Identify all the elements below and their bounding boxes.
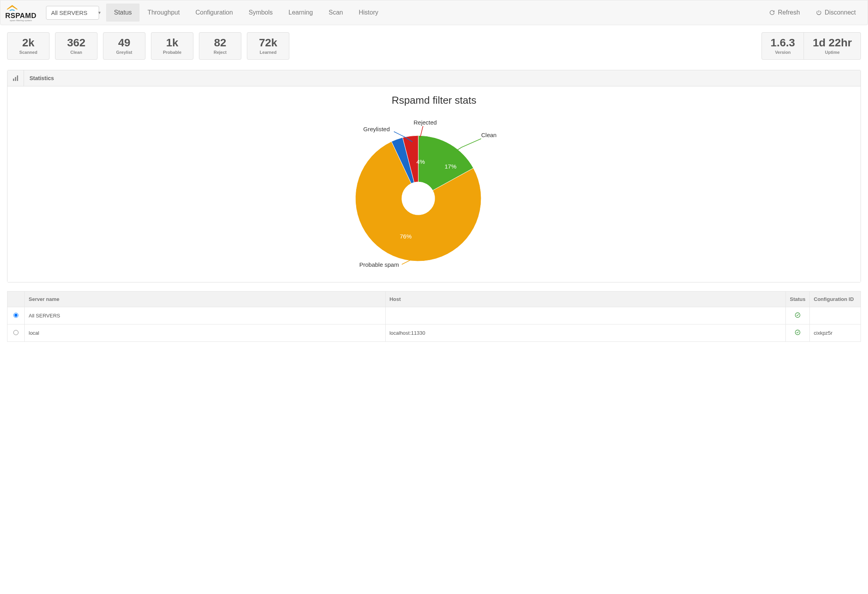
chart-legend-greylisted: Greylisted (363, 126, 390, 132)
disconnect-label: Disconnect (825, 9, 856, 16)
server-host-cell: localhost:11330 (385, 324, 786, 342)
nav-tab-learning[interactable]: Learning (281, 4, 321, 22)
col-host: Host (385, 292, 786, 307)
stat-label: Greylist (103, 50, 145, 55)
server-radio[interactable] (13, 313, 18, 318)
pie-chart: CleanProbable spamGreylistedRejected17%7… (324, 108, 544, 273)
stat-value: 72k (247, 37, 289, 49)
slice-percent-rejected: 4% (416, 158, 425, 165)
table-row: locallocalhost:11330cixkpz5r (7, 324, 861, 342)
server-config-cell: cixkpz5r (810, 324, 861, 342)
server-radio[interactable] (13, 330, 18, 335)
stat-value: 1k (151, 37, 193, 49)
col-select (7, 292, 25, 307)
stat-value: 362 (55, 37, 97, 49)
refresh-button[interactable]: Refresh (762, 4, 807, 22)
servers-table: Server name Host Status Configuration ID… (7, 291, 861, 342)
refresh-label: Refresh (778, 9, 800, 16)
meta-stat-group: 1.6.3 Version 1d 22hr Uptime (761, 32, 861, 60)
chart-legend-rejected: Rejected (414, 119, 437, 126)
power-icon (816, 9, 822, 16)
svg-rect-2 (17, 75, 18, 81)
stat-label: Probable (151, 50, 193, 55)
logo: RSPAMD spam filtering system (5, 4, 37, 22)
refresh-icon (769, 9, 775, 16)
disconnect-button[interactable]: Disconnect (809, 4, 863, 22)
version-label: Version (771, 50, 795, 55)
stat-greylist: 49Greylist (103, 32, 145, 60)
uptime-label: Uptime (813, 50, 852, 55)
table-row: All SERVERS (7, 307, 861, 324)
stat-probable: 1kProbable (151, 32, 193, 60)
stat-learned: 72kLearned (247, 32, 289, 60)
stat-scanned: 2kScanned (7, 32, 50, 60)
chart-title: Rspamd filter stats (15, 94, 853, 106)
stat-row: 2kScanned362Clean49Greylist1kProbable82R… (7, 32, 861, 60)
slice-percent-probable-spam: 76% (400, 233, 412, 240)
col-config: Configuration ID (810, 292, 861, 307)
nav-tab-scan[interactable]: Scan (321, 4, 351, 22)
check-circle-icon (794, 314, 801, 319)
nav-tab-status[interactable]: Status (106, 4, 140, 22)
stat-label: Scanned (7, 50, 49, 55)
server-name-cell: local (25, 324, 386, 342)
nav-tab-history[interactable]: History (351, 4, 386, 22)
svg-rect-1 (15, 77, 16, 81)
panel-title: Statistics (24, 70, 861, 86)
stat-label: Reject (199, 50, 241, 55)
stat-value: 2k (7, 37, 49, 49)
server-name-cell: All SERVERS (25, 307, 386, 324)
navbar: RSPAMD spam filtering system All SERVERS… (0, 0, 868, 25)
logo-tagline: spam filtering system (10, 19, 32, 22)
col-server-name: Server name (25, 292, 386, 307)
stat-value: 82 (199, 37, 241, 49)
nav-tab-configuration[interactable]: Configuration (188, 4, 241, 22)
check-circle-icon (794, 331, 801, 337)
chart-legend-clean: Clean (481, 132, 497, 138)
slice-percent-clean: 17% (445, 163, 456, 170)
panel-header: Statistics (7, 70, 861, 86)
uptime-value: 1d 22hr (813, 37, 852, 49)
svg-rect-0 (13, 79, 14, 81)
uptime-stat: 1d 22hr Uptime (804, 33, 861, 59)
stat-value: 49 (103, 37, 145, 49)
col-status: Status (786, 292, 810, 307)
bars-icon (7, 70, 24, 86)
stat-reject: 82Reject (199, 32, 241, 60)
stat-clean: 362Clean (55, 32, 97, 60)
server-host-cell (385, 307, 786, 324)
logo-icon (5, 4, 37, 12)
stat-label: Learned (247, 50, 289, 55)
chart-legend-probable-spam: Probable spam (359, 261, 399, 268)
version-value: 1.6.3 (771, 37, 795, 49)
server-select[interactable]: All SERVERS (46, 6, 99, 20)
nav-tab-throughput[interactable]: Throughput (140, 4, 188, 22)
statistics-panel: Statistics Rspamd filter stats CleanProb… (7, 70, 861, 282)
version-stat: 1.6.3 Version (762, 33, 804, 59)
logo-text: RSPAMD (5, 12, 37, 20)
server-config-cell (810, 307, 861, 324)
stat-label: Clean (55, 50, 97, 55)
nav-tab-symbols[interactable]: Symbols (241, 4, 280, 22)
